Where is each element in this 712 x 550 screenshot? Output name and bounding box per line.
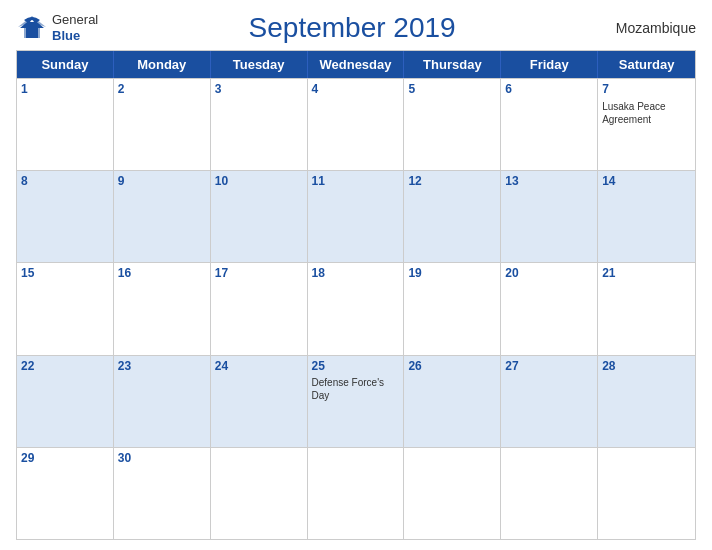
calendar-cell: 17 — [211, 263, 308, 354]
calendar-cell: 13 — [501, 171, 598, 262]
header-wednesday: Wednesday — [308, 51, 405, 78]
day-event: Lusaka Peace Agreement — [602, 100, 691, 126]
day-number: 17 — [215, 266, 303, 282]
calendar-cell: 27 — [501, 356, 598, 447]
day-number: 2 — [118, 82, 206, 98]
calendar-page: General Blue September 2019 Mozambique S… — [0, 0, 712, 550]
calendar-grid: Sunday Monday Tuesday Wednesday Thursday… — [16, 50, 696, 540]
day-number: 20 — [505, 266, 593, 282]
header-thursday: Thursday — [404, 51, 501, 78]
calendar-cell: 20 — [501, 263, 598, 354]
calendar-cell — [598, 448, 695, 539]
day-event: Defense Force's Day — [312, 376, 400, 402]
day-number: 23 — [118, 359, 206, 375]
calendar-cell: 1 — [17, 79, 114, 170]
logo-general: General — [52, 12, 98, 28]
day-number: 6 — [505, 82, 593, 98]
day-number: 19 — [408, 266, 496, 282]
day-number: 3 — [215, 82, 303, 98]
day-number: 9 — [118, 174, 206, 190]
header-tuesday: Tuesday — [211, 51, 308, 78]
country-label: Mozambique — [606, 20, 696, 36]
day-number: 27 — [505, 359, 593, 375]
calendar-cell: 5 — [404, 79, 501, 170]
day-number: 24 — [215, 359, 303, 375]
calendar-cell — [501, 448, 598, 539]
day-number: 15 — [21, 266, 109, 282]
day-number: 22 — [21, 359, 109, 375]
calendar-cell: 25Defense Force's Day — [308, 356, 405, 447]
calendar-cell: 30 — [114, 448, 211, 539]
day-number: 10 — [215, 174, 303, 190]
calendar-cell: 7Lusaka Peace Agreement — [598, 79, 695, 170]
calendar-cell: 15 — [17, 263, 114, 354]
calendar-cell: 23 — [114, 356, 211, 447]
day-number: 7 — [602, 82, 691, 98]
calendar-cell: 3 — [211, 79, 308, 170]
week-row-2: 891011121314 — [17, 170, 695, 262]
calendar-cell: 8 — [17, 171, 114, 262]
header: General Blue September 2019 Mozambique — [16, 12, 696, 44]
calendar-cell — [211, 448, 308, 539]
day-number: 16 — [118, 266, 206, 282]
day-number: 25 — [312, 359, 400, 375]
calendar-cell: 21 — [598, 263, 695, 354]
day-number: 29 — [21, 451, 109, 467]
week-row-4: 22232425Defense Force's Day262728 — [17, 355, 695, 447]
week-row-3: 15161718192021 — [17, 262, 695, 354]
calendar-cell: 26 — [404, 356, 501, 447]
calendar-cell: 14 — [598, 171, 695, 262]
calendar-cell: 4 — [308, 79, 405, 170]
day-number: 28 — [602, 359, 691, 375]
day-number: 30 — [118, 451, 206, 467]
day-headers-row: Sunday Monday Tuesday Wednesday Thursday… — [17, 51, 695, 78]
calendar-cell: 16 — [114, 263, 211, 354]
calendar-cell: 22 — [17, 356, 114, 447]
week-row-5: 2930 — [17, 447, 695, 539]
calendar-cell: 6 — [501, 79, 598, 170]
calendar-cell: 29 — [17, 448, 114, 539]
day-number: 5 — [408, 82, 496, 98]
day-number: 18 — [312, 266, 400, 282]
logo-blue: Blue — [52, 28, 98, 44]
calendar-title: September 2019 — [249, 12, 456, 44]
header-saturday: Saturday — [598, 51, 695, 78]
calendar-cell — [404, 448, 501, 539]
calendar-cell: 19 — [404, 263, 501, 354]
calendar-cell — [308, 448, 405, 539]
header-sunday: Sunday — [17, 51, 114, 78]
day-number: 11 — [312, 174, 400, 190]
day-number: 1 — [21, 82, 109, 98]
calendar-cell: 9 — [114, 171, 211, 262]
calendar-cell: 2 — [114, 79, 211, 170]
logo-icon — [16, 14, 48, 42]
day-number: 21 — [602, 266, 691, 282]
weeks-container: 1234567Lusaka Peace Agreement89101112131… — [17, 78, 695, 539]
header-monday: Monday — [114, 51, 211, 78]
calendar-cell: 12 — [404, 171, 501, 262]
logo: General Blue — [16, 12, 98, 43]
day-number: 12 — [408, 174, 496, 190]
calendar-cell: 11 — [308, 171, 405, 262]
calendar-cell: 24 — [211, 356, 308, 447]
calendar-cell: 18 — [308, 263, 405, 354]
day-number: 4 — [312, 82, 400, 98]
day-number: 26 — [408, 359, 496, 375]
calendar-cell: 10 — [211, 171, 308, 262]
week-row-1: 1234567Lusaka Peace Agreement — [17, 78, 695, 170]
day-number: 8 — [21, 174, 109, 190]
header-friday: Friday — [501, 51, 598, 78]
day-number: 14 — [602, 174, 691, 190]
calendar-cell: 28 — [598, 356, 695, 447]
day-number: 13 — [505, 174, 593, 190]
